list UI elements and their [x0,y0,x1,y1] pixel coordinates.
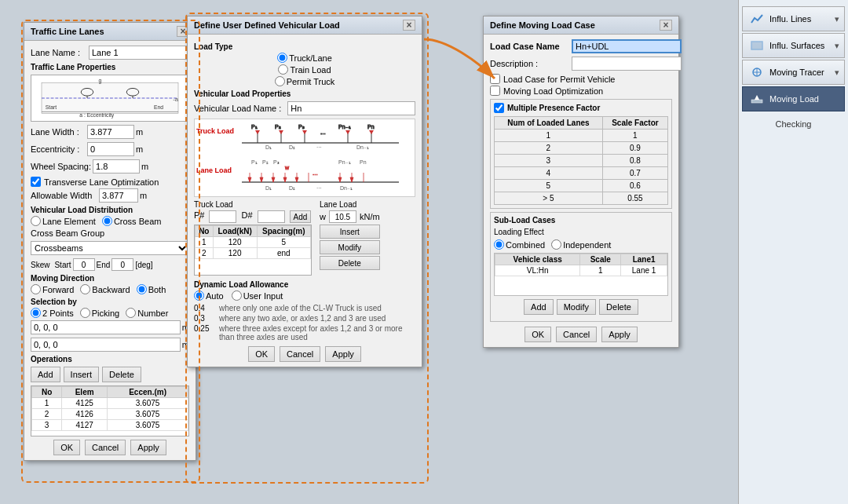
load-case-name-input[interactable] [572,39,682,53]
uvl-cancel-button[interactable]: Cancel [280,346,320,362]
modify-button[interactable]: Modify [320,240,380,254]
svg-text:P₃: P₃ [298,124,305,130]
description-input[interactable] [572,57,682,71]
mlc-apply-button[interactable]: Apply [601,327,638,342]
coord2-input[interactable] [31,338,181,352]
moving-tracer-button[interactable]: Moving Tracer ▾ [742,60,845,85]
table-row[interactable]: 241263.6075 [32,409,188,420]
uvl-close-button[interactable]: × [403,20,415,31]
influ-surfaces-arrow: ▾ [835,41,839,51]
transverse-opt-checkbox[interactable] [31,177,41,187]
svg-text:-a: -a [173,96,179,103]
mpf-checkbox[interactable] [494,103,504,113]
wheel-spacing-input[interactable] [93,159,140,173]
wheel-spacing-label: Wheel Spacing: [31,162,91,171]
start-skew-input[interactable] [73,258,95,271]
truck-lane-radio[interactable] [277,53,287,63]
sub-table: Vehicle class Scale Lane1 VL:Hn1Lane 1 [495,254,667,276]
picking-radio[interactable] [80,308,90,318]
uvl-ok-button[interactable]: OK [248,346,275,362]
deg-label: [deg] [135,261,152,269]
tll-cancel-button[interactable]: Cancel [85,440,126,455]
vehicle-diagram: Truck Load P₁ P₂ P₃ ··· Pn₋₁ Pn D₁ D₂ ··… [194,119,415,197]
svg-text:a : Eccentricity: a : Eccentricity [79,112,115,119]
both-radio[interactable] [137,284,147,294]
permit-truck-radio[interactable] [275,76,285,86]
dyn-item: 0.3where any two axle, or axles 1,2 and … [194,314,415,323]
mlc-ok-button[interactable]: OK [525,327,551,342]
ops-title: Operations [31,355,189,363]
table-row[interactable]: 2120end [196,248,311,259]
sub-delete-button[interactable]: Delete [599,299,638,315]
permit-vehicle-checkbox[interactable] [490,74,500,84]
table-row[interactable]: 341273.6075 [32,420,188,431]
truck-lane-label: Truck/Lane [289,53,332,63]
vehicular-name-input[interactable] [287,101,415,115]
truck-p-input[interactable] [209,210,236,223]
forward-radio[interactable] [31,284,41,294]
mpf-title: Multiple Presence Factor [507,104,600,112]
dyn-desc: where any two axle, or axles 1,2 and 3 a… [219,314,386,323]
influ-surfaces-button[interactable]: Influ. Surfaces ▾ [742,33,845,58]
backward-radio[interactable] [80,284,90,294]
tll-add-button[interactable]: Add [31,367,60,382]
dyn-val: 0.3 [194,314,216,323]
allowable-width-input[interactable] [99,188,138,203]
mlc-close-button[interactable]: × [660,20,672,31]
col-eccen: Eccen.(m) [108,387,188,398]
insert-button[interactable]: Insert [320,225,380,239]
mlc-dialog-title: Define Moving Load Case × [484,16,678,35]
independent-radio[interactable] [551,239,561,250]
mlc-cancel-button[interactable]: Cancel [556,327,597,342]
w-input[interactable] [329,210,356,223]
moving-load-button[interactable]: Moving Load [742,86,845,111]
coord1-input[interactable] [31,320,181,334]
svg-text:Truck Load: Truck Load [196,127,234,135]
cross-beam-label: Cross Beam [114,217,162,226]
end-skew-input[interactable] [111,258,133,271]
cross-beam-select[interactable]: Crossbeams [31,241,189,255]
train-load-radio[interactable] [278,64,288,75]
table-row[interactable]: VL:Hn1Lane 1 [495,265,667,276]
dyn-item: 0.25where three axles except for axles 1… [194,324,415,341]
lane-element-radio[interactable] [31,216,41,226]
mpf-section: Multiple Presence Factor Num of Loaded L… [490,99,672,209]
tll-apply-button[interactable]: Apply [130,440,166,455]
cross-beam-radio[interactable] [102,216,112,226]
two-points-radio[interactable] [31,308,41,318]
table-row[interactable]: 11205 [196,237,311,248]
tll-insert-button[interactable]: Insert [64,367,100,382]
selection-by-title: Selection by [31,298,189,306]
transverse-opt-row: Transverse Lane Optimization [31,177,189,187]
tll-delete-button[interactable]: Delete [102,367,141,382]
sub-modify-button[interactable]: Modify [557,299,596,315]
combined-radio[interactable] [494,239,504,250]
truck-d-input[interactable] [258,210,285,223]
col-no: No [32,387,62,398]
train-load-label: Train Load [290,65,331,75]
combined-radio-item: Combined [494,239,545,250]
eccentricity-input[interactable] [87,142,134,156]
svg-text:P₁: P₁ [251,159,258,165]
allowable-width-row: Allowable Width m [31,188,189,203]
delete-button[interactable]: Delete [320,256,380,270]
truck-add-button[interactable]: Add [290,210,312,223]
influ-lines-button[interactable]: Influ. Lines ▾ [742,6,845,31]
load-case-name-label: Load Case Name [490,42,568,51]
traffic-line-lanes-dialog: Traffic Line Lanes × Lane Name : Traffic… [24,22,196,461]
table-row[interactable]: 141253.6075 [32,398,188,409]
svg-text:P₂: P₂ [262,159,269,165]
lane-width-input[interactable] [87,125,134,139]
auto-radio[interactable] [194,290,204,301]
lane-width-row: Lane Width : m [31,125,189,139]
table-row: 11 [495,130,668,142]
optimization-row: Moving Load Optimization [490,86,672,96]
user-input-radio[interactable] [232,290,242,301]
optimization-checkbox[interactable] [490,86,500,96]
uvl-apply-button[interactable]: Apply [325,346,361,362]
tll-ok-button[interactable]: OK [53,440,80,455]
influ-surfaces-label: Influ. Surfaces [769,41,824,50]
number-radio[interactable] [126,308,136,318]
truck-load-section: Truck Load P# D# Add No Load(kN) S [194,200,312,276]
sub-add-button[interactable]: Add [524,299,554,315]
